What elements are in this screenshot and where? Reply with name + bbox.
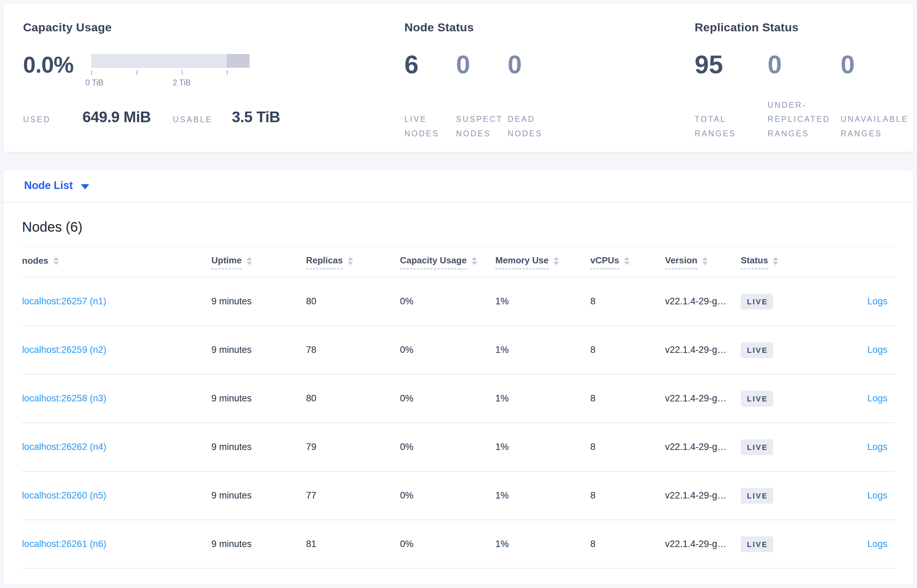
logs-link[interactable]: Logs: [867, 539, 887, 549]
replicas-cell: 77: [306, 490, 400, 501]
node-status-section: Node Status 6 LIVE NODES 0 SUSPECT NODES…: [404, 21, 695, 152]
view-selector-bar: Node List: [3, 170, 914, 201]
column-header-status[interactable]: Status: [741, 255, 837, 269]
capacity-cell: 0%: [400, 345, 495, 355]
vcpus-cell: 8: [590, 296, 665, 307]
column-header-memory-use[interactable]: Memory Use: [495, 255, 590, 269]
logs-link[interactable]: Logs: [867, 296, 887, 306]
replication-status-title: Replication Status: [695, 21, 914, 34]
capacity-cell: 0%: [400, 296, 495, 307]
memory-cell: 1%: [495, 393, 590, 404]
replicas-cell: 81: [306, 539, 400, 549]
under-replicated-ranges-label: UNDER-REPLICATED RANGES: [768, 98, 836, 141]
status-badge: LIVE: [741, 536, 773, 552]
table-row: localhost:26257 (n1) 9 minutes 80 0% 1% …: [22, 278, 895, 326]
node-link[interactable]: localhost:26262 (n4): [22, 442, 107, 452]
column-header-capacity-usage[interactable]: Capacity Usage: [400, 255, 495, 269]
sort-icon: [471, 257, 477, 265]
memory-cell: 1%: [495, 539, 590, 549]
sort-icon: [773, 257, 778, 265]
capacity-tick-label-2: 2 TiB: [173, 78, 191, 87]
version-cell: v22.1.4-29-g…: [665, 442, 741, 452]
vcpus-cell: 8: [590, 539, 665, 549]
uptime-cell: 9 minutes: [211, 296, 306, 307]
node-link[interactable]: localhost:26260 (n5): [22, 490, 107, 501]
sort-icon: [53, 257, 59, 265]
live-nodes-value: 6: [404, 51, 456, 79]
status-badge: LIVE: [741, 391, 773, 407]
capacity-cell: 0%: [400, 490, 495, 501]
unavailable-ranges-value: 0: [841, 51, 914, 79]
capacity-cell: 0%: [400, 442, 495, 452]
column-header-uptime[interactable]: Uptime: [211, 255, 306, 269]
node-list-dropdown-label: Node List: [24, 179, 73, 192]
chevron-down-icon: [81, 184, 89, 189]
version-cell: v22.1.4-29-g…: [665, 345, 741, 355]
suspect-nodes-stat: 0 SUSPECT NODES: [456, 51, 508, 141]
sort-icon: [624, 257, 630, 265]
status-badge: LIVE: [741, 294, 773, 310]
capacity-usable-value: 3.5 TiB: [232, 108, 280, 126]
unavailable-ranges-label: UNAVAILABLE RANGES: [841, 112, 909, 141]
replicas-cell: 80: [306, 296, 400, 307]
logs-link[interactable]: Logs: [867, 345, 887, 355]
capacity-bar-ticks: [91, 70, 250, 75]
logs-link[interactable]: Logs: [867, 442, 887, 452]
nodes-table-title: Nodes (6): [22, 219, 895, 235]
table-row: localhost:26261 (n6) 9 minutes 81 0% 1% …: [22, 520, 895, 569]
replicas-cell: 78: [306, 345, 400, 355]
capacity-used-value: 649.9 MiB: [82, 108, 150, 126]
status-badge: LIVE: [741, 342, 773, 358]
node-list-dropdown[interactable]: Node List: [24, 179, 89, 192]
status-badge: LIVE: [741, 488, 773, 504]
memory-cell: 1%: [495, 490, 590, 501]
dead-nodes-value: 0: [508, 51, 559, 79]
nodes-table-header: nodes Uptime Replicas Capacity Usage Mem…: [22, 247, 895, 278]
vcpus-cell: 8: [590, 345, 665, 355]
dead-nodes-stat: 0 DEAD NODES: [508, 51, 559, 141]
node-link[interactable]: localhost:26261 (n6): [22, 539, 107, 549]
vcpus-cell: 8: [590, 393, 665, 404]
suspect-nodes-label: SUSPECT NODES: [456, 112, 508, 141]
uptime-cell: 9 minutes: [211, 393, 306, 404]
vcpus-cell: 8: [590, 490, 665, 501]
total-ranges-label: TOTAL RANGES: [695, 112, 764, 141]
column-header-version[interactable]: Version: [665, 255, 741, 269]
column-header-vcpus[interactable]: vCPUs: [590, 255, 665, 269]
node-link[interactable]: localhost:26257 (n1): [22, 296, 107, 306]
node-link[interactable]: localhost:26259 (n2): [22, 345, 107, 355]
status-badge: LIVE: [741, 439, 773, 455]
table-row: localhost:26262 (n4) 9 minutes 79 0% 1% …: [22, 423, 895, 472]
node-status-title: Node Status: [404, 21, 695, 34]
total-ranges-value: 95: [695, 51, 768, 79]
capacity-tick-label-0: 0 TiB: [86, 78, 103, 87]
table-row: localhost:26259 (n2) 9 minutes 78 0% 1% …: [22, 326, 895, 375]
suspect-nodes-value: 0: [456, 51, 508, 79]
sort-icon: [702, 257, 708, 265]
replicas-cell: 80: [306, 393, 400, 404]
memory-cell: 1%: [495, 442, 590, 452]
column-header-nodes[interactable]: nodes: [22, 255, 211, 269]
capacity-bar-segment: [227, 54, 250, 68]
nodes-table-panel: Nodes (6) nodes Uptime Replicas Capacity…: [3, 202, 914, 585]
logs-link[interactable]: Logs: [867, 393, 887, 404]
cluster-summary-card: Capacity Usage 0.0% 0 TiB 2 TiB: [3, 3, 914, 152]
version-cell: v22.1.4-29-g…: [665, 539, 741, 549]
total-ranges-stat: 95 TOTAL RANGES: [695, 51, 768, 141]
sort-icon: [348, 257, 353, 265]
under-replicated-ranges-value: 0: [768, 51, 841, 79]
capacity-bar: 0 TiB 2 TiB: [91, 54, 250, 89]
version-cell: v22.1.4-29-g…: [665, 490, 741, 501]
capacity-percent-value: 0.0%: [23, 53, 82, 89]
live-nodes-label: LIVE NODES: [404, 112, 456, 141]
table-row: localhost:26260 (n5) 9 minutes 77 0% 1% …: [22, 472, 895, 520]
capacity-bar-track: [91, 54, 250, 68]
memory-cell: 1%: [495, 345, 590, 355]
replicas-cell: 79: [306, 442, 400, 452]
column-header-replicas[interactable]: Replicas: [306, 255, 400, 269]
capacity-cell: 0%: [400, 393, 495, 404]
node-link[interactable]: localhost:26258 (n3): [22, 393, 107, 404]
sort-icon: [247, 257, 252, 265]
capacity-usage-section: Capacity Usage 0.0% 0 TiB 2 TiB: [23, 21, 404, 152]
logs-link[interactable]: Logs: [867, 490, 887, 501]
